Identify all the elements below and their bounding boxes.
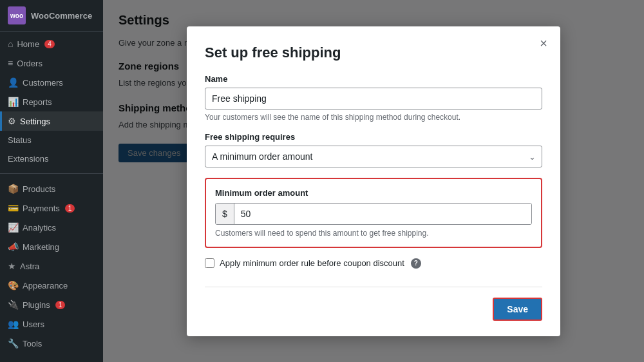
woo-logo-icon: woo [8, 6, 26, 24]
analytics-icon: 📈 [8, 222, 19, 233]
min-order-section: Minimum order amount $ Customers will ne… [205, 178, 542, 248]
plugins-badge: 1 [55, 301, 66, 309]
sidebar-item-home-label: Home [17, 39, 39, 49]
marketing-icon: 📣 [8, 242, 19, 252]
sidebar-item-extensions-label: Extensions [8, 154, 49, 164]
sidebar-item-payments[interactable]: 💳 Payments 1 [0, 198, 103, 218]
sidebar-item-settings[interactable]: ⚙ Settings [0, 111, 103, 131]
requires-select[interactable]: A minimum order amount A coupon A minimu… [205, 146, 542, 167]
name-input[interactable] [205, 88, 542, 110]
modal-overlay: × Set up free shipping Name Your custome… [103, 0, 644, 362]
sidebar-item-analytics-label: Analytics [23, 223, 56, 233]
orders-icon: ≡ [8, 58, 13, 68]
sidebar-item-tools-label: Tools [23, 339, 42, 348]
sidebar-item-customers-label: Customers [23, 78, 63, 88]
sidebar-item-payments-label: Payments [23, 204, 60, 213]
sidebar-item-reports[interactable]: 📊 Reports [0, 92, 103, 111]
home-badge: 4 [44, 40, 55, 48]
coupon-discount-checkbox[interactable] [205, 258, 214, 268]
modal-close-button[interactable]: × [537, 35, 550, 51]
sidebar-item-orders[interactable]: ≡ Orders [0, 53, 103, 73]
sidebar-item-status-label: Status [8, 135, 32, 145]
sidebar-item-products-label: Products [23, 184, 55, 194]
sidebar-logo[interactable]: woo WooCommerce [0, 0, 103, 32]
modal-footer: Save [205, 287, 542, 321]
requires-label: Free shipping requires [205, 132, 542, 142]
customers-icon: 👤 [8, 77, 19, 88]
sidebar-item-plugins-label: Plugins [23, 300, 50, 310]
home-icon: ⌂ [8, 39, 13, 49]
modal-dialog: × Set up free shipping Name Your custome… [187, 26, 560, 336]
woocommerce-menu: ⌂ Home 4 ≡ Orders 👤 Customers 📊 Reports … [0, 32, 103, 171]
checkbox-label[interactable]: Apply minimum order rule before coupon d… [220, 258, 404, 268]
sidebar-item-status[interactable]: Status [0, 131, 103, 149]
sidebar-item-orders-label: Orders [17, 59, 43, 68]
settings-icon: ⚙ [8, 116, 16, 126]
sidebar-item-users-label: Users [23, 319, 44, 329]
modal-title: Set up free shipping [205, 44, 542, 61]
sidebar-item-tools[interactable]: 🔧 Tools [0, 334, 103, 353]
wp-menu: 📦 Products 💳 Payments 1 📈 Analytics 📣 Ma… [0, 176, 103, 356]
sidebar-item-appearance[interactable]: 🎨 Appearance [0, 276, 103, 295]
astra-icon: ★ [8, 261, 16, 271]
plugins-icon: 🔌 [8, 300, 19, 310]
products-icon: 📦 [8, 184, 19, 194]
min-order-label: Minimum order amount [215, 188, 532, 198]
sidebar-item-appearance-label: Appearance [23, 281, 68, 291]
sidebar-item-marketing-label: Marketing [23, 242, 59, 252]
requires-select-wrapper: A minimum order amount A coupon A minimu… [205, 146, 542, 167]
sidebar-item-marketing[interactable]: 📣 Marketing [0, 237, 103, 256]
min-order-input-wrapper: $ [215, 203, 532, 225]
checkbox-row: Apply minimum order rule before coupon d… [205, 258, 542, 269]
appearance-icon: 🎨 [8, 280, 19, 291]
sidebar-item-settings-label: Settings [20, 117, 50, 126]
name-hint: Your customers will see the name of this… [205, 113, 542, 122]
reports-icon: 📊 [8, 97, 19, 107]
sidebar-item-astra[interactable]: ★ Astra [0, 256, 103, 276]
name-label: Name [205, 74, 542, 84]
sidebar-logo-text: WooCommerce [31, 11, 92, 21]
sidebar-item-home[interactable]: ⌂ Home 4 [0, 34, 103, 53]
payments-icon: 💳 [8, 203, 19, 213]
min-order-input[interactable] [234, 204, 531, 224]
sidebar-item-analytics[interactable]: 📈 Analytics [0, 218, 103, 237]
min-order-hint: Customers will need to spend this amount… [215, 229, 532, 238]
sidebar-item-reports-label: Reports [23, 97, 52, 107]
payments-badge: 1 [65, 204, 75, 213]
sidebar-item-customers[interactable]: 👤 Customers [0, 73, 103, 92]
sidebar-item-astra-label: Astra [20, 262, 39, 271]
tools-icon: 🔧 [8, 338, 19, 348]
sidebar-item-products[interactable]: 📦 Products [0, 179, 103, 198]
save-button[interactable]: Save [493, 298, 542, 321]
sidebar-item-extensions[interactable]: Extensions [0, 149, 103, 168]
users-icon: 👥 [8, 319, 19, 329]
sidebar-item-plugins[interactable]: 🔌 Plugins 1 [0, 295, 103, 314]
sidebar-item-users[interactable]: 👥 Users [0, 314, 103, 334]
main-content: Settings Give your zone a name! E.g. Loc… [103, 0, 644, 362]
currency-prefix: $ [216, 204, 234, 224]
help-icon[interactable]: ? [411, 258, 421, 269]
sidebar: woo WooCommerce ⌂ Home 4 ≡ Orders 👤 Cust… [0, 0, 103, 362]
